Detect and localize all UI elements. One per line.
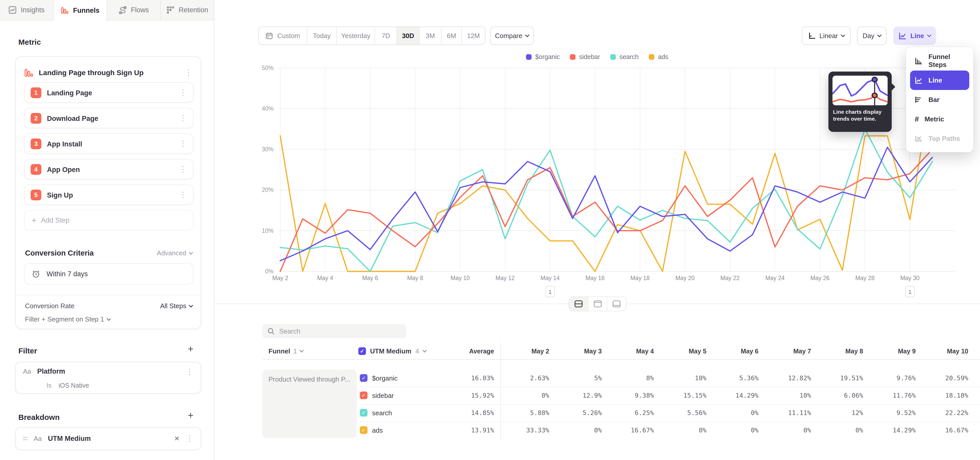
- row-checkbox[interactable]: [360, 409, 368, 417]
- step-kebab-icon[interactable]: [179, 167, 187, 172]
- range-today[interactable]: Today: [307, 27, 336, 45]
- cell-value: 5.56%: [655, 404, 706, 422]
- step-kebab-icon[interactable]: [179, 192, 187, 197]
- svg-text:30%: 30%: [262, 146, 274, 153]
- svg-text:May 10: May 10: [450, 275, 469, 281]
- cell-value: 22.22%: [917, 404, 968, 422]
- range-30d[interactable]: 30D: [396, 27, 419, 45]
- sidebar: Metric Landing Page through Sign Up 1 La…: [0, 21, 215, 460]
- step-kebab-icon[interactable]: [179, 141, 187, 146]
- table-view-toggle[interactable]: [607, 297, 626, 311]
- menu-item-funnel-steps[interactable]: Funnel Steps: [910, 51, 969, 70]
- cell-value: 5.26%: [551, 404, 602, 422]
- row-checkbox[interactable]: [360, 391, 368, 399]
- remove-breakdown-icon[interactable]: [174, 435, 180, 442]
- series-name[interactable]: ads: [372, 422, 383, 439]
- search-box: [262, 324, 406, 339]
- svg-text:May 18: May 18: [630, 275, 649, 281]
- funnel-step-3[interactable]: 3 App Install: [24, 133, 193, 154]
- column-header[interactable]: May 5: [655, 343, 706, 359]
- row-checkbox[interactable]: [360, 374, 368, 382]
- legend-swatch: [610, 54, 616, 60]
- funnel-step-4[interactable]: 4 App Open: [24, 159, 193, 179]
- funnel-step-2[interactable]: 2 Download Page: [24, 108, 193, 128]
- legend-item[interactable]: ads: [649, 53, 668, 61]
- cell-value: 0%: [708, 404, 759, 422]
- add-step-button[interactable]: + Add Step: [24, 210, 193, 230]
- filter-condition[interactable]: Is iOS Native: [46, 382, 89, 389]
- cell-value: 5.88%: [498, 404, 549, 422]
- menu-item-metric[interactable]: # Metric: [910, 109, 969, 129]
- row-checkbox[interactable]: [360, 426, 368, 434]
- compare-button[interactable]: Compare: [490, 27, 534, 45]
- menu-item-top-paths[interactable]: Top Paths: [910, 129, 969, 148]
- filter-segment-dropdown[interactable]: Filter + Segment on Step 1: [25, 315, 110, 323]
- select-all-checkbox[interactable]: [358, 347, 366, 355]
- range-7d[interactable]: 7D: [375, 27, 396, 45]
- chevron-down-icon: [189, 303, 193, 307]
- series-name[interactable]: sidebar: [372, 387, 394, 404]
- column-header[interactable]: Average: [443, 343, 494, 359]
- legend-item[interactable]: $organic: [526, 53, 560, 61]
- interval-dropdown[interactable]: Day: [857, 27, 886, 45]
- breakdown-property[interactable]: UTM Medium: [48, 435, 91, 442]
- chart-type-dropdown[interactable]: Line: [893, 27, 936, 45]
- split-view-toggle[interactable]: [569, 297, 588, 311]
- funnel-column-dropdown[interactable]: Funnel 1: [269, 343, 303, 359]
- menu-item-line[interactable]: Line: [910, 70, 969, 90]
- add-breakdown-button[interactable]: +: [188, 410, 193, 421]
- svg-text:May 4: May 4: [317, 275, 333, 281]
- conversion-window-button[interactable]: Within 7 days: [24, 263, 193, 285]
- range-3m[interactable]: 3M: [419, 27, 441, 45]
- column-header[interactable]: May 2: [498, 343, 549, 359]
- drag-handle-icon[interactable]: [23, 437, 27, 440]
- tab-funnels[interactable]: Funnels: [54, 0, 107, 21]
- table-row: ads13.91%33.33%0%16.67%0%0%0%0%14.29%16.…: [215, 422, 980, 439]
- svg-text:May 28: May 28: [855, 275, 874, 281]
- menu-item-bar[interactable]: Bar: [910, 90, 969, 109]
- scale-dropdown[interactable]: Linear: [802, 27, 851, 45]
- funnel-step-1[interactable]: 1 Landing Page: [24, 82, 193, 103]
- chevron-down-icon: [927, 33, 931, 37]
- chevron-down-icon: [107, 316, 111, 321]
- filter-property[interactable]: Platform: [37, 367, 65, 375]
- series-name[interactable]: search: [372, 404, 392, 422]
- step-kebab-icon[interactable]: [179, 90, 187, 95]
- svg-text:1: 1: [908, 289, 912, 295]
- cell-value: 5%: [551, 369, 602, 387]
- all-steps-dropdown[interactable]: All Steps: [160, 302, 192, 310]
- tab-flows[interactable]: Flows: [107, 0, 161, 20]
- column-header[interactable]: May 8: [812, 343, 863, 359]
- advanced-dropdown[interactable]: Advanced: [157, 249, 192, 257]
- metric-heading: Metric: [18, 38, 41, 46]
- chart-view-toggle[interactable]: [588, 297, 607, 311]
- flows-icon: [119, 6, 127, 14]
- cell-value: 12.9%: [551, 387, 602, 404]
- filter-kebab-icon[interactable]: [186, 369, 193, 374]
- breakdown-kebab-icon[interactable]: [186, 436, 193, 441]
- funnel-title-row[interactable]: Landing Page through Sign Up: [24, 68, 144, 78]
- tab-retention[interactable]: Retention: [161, 0, 215, 20]
- series-name[interactable]: $organic: [372, 369, 398, 387]
- breakdown-column-dropdown[interactable]: UTM Medium 4: [358, 343, 426, 359]
- column-header[interactable]: May 3: [551, 343, 602, 359]
- funnel-kebab-icon[interactable]: [185, 70, 192, 75]
- search-icon: [267, 327, 275, 335]
- tab-insights[interactable]: Insights: [0, 0, 54, 20]
- search-input[interactable]: [279, 327, 391, 335]
- column-header[interactable]: May 7: [760, 343, 811, 359]
- range-6m[interactable]: 6M: [441, 27, 461, 45]
- column-header[interactable]: May 10: [917, 343, 968, 359]
- legend-item[interactable]: sidebar: [570, 53, 600, 61]
- column-header[interactable]: May 4: [603, 343, 654, 359]
- range-12m[interactable]: 12M: [461, 27, 485, 45]
- column-header[interactable]: May 6: [708, 343, 759, 359]
- range-custom[interactable]: Custom: [259, 27, 307, 45]
- range-yesterday[interactable]: Yesterday: [336, 27, 375, 45]
- step-kebab-icon[interactable]: [179, 115, 187, 121]
- funnel-step-5[interactable]: 5 Sign Up: [24, 185, 193, 205]
- add-filter-button[interactable]: +: [188, 343, 193, 355]
- column-header[interactable]: May 9: [865, 343, 916, 359]
- svg-text:May 2: May 2: [272, 275, 288, 281]
- legend-item[interactable]: search: [610, 53, 638, 61]
